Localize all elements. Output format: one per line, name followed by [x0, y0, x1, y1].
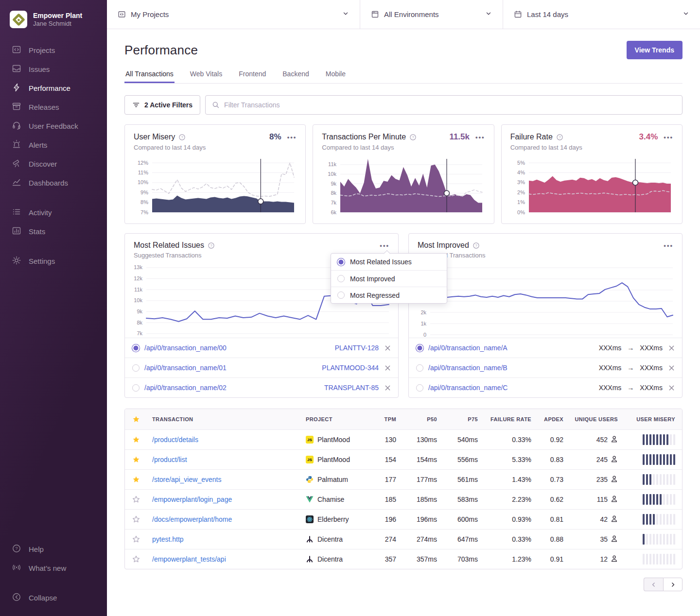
- more-options-icon[interactable]: •••: [475, 134, 485, 140]
- tab-mobile[interactable]: Mobile: [325, 67, 347, 83]
- transaction-link[interactable]: /empowerplant/login_page: [152, 496, 232, 503]
- sidebar-item-discover[interactable]: Discover: [0, 154, 107, 173]
- question-circle-icon[interactable]: ?: [556, 134, 563, 141]
- active-filters-button[interactable]: 2 Active Filters: [124, 95, 200, 115]
- issue-link[interactable]: PLANTMOOD-344: [322, 364, 379, 372]
- chevron-down-icon: [682, 10, 689, 18]
- chevron-down-icon: [485, 10, 492, 18]
- projects-icon: [12, 45, 21, 56]
- transaction-link[interactable]: /docs/empowerplant/home: [152, 515, 232, 523]
- more-options-icon[interactable]: •••: [287, 134, 297, 140]
- list-icon: [12, 207, 21, 218]
- issue-link[interactable]: TRANSPLANT-85: [324, 384, 379, 392]
- tab-all-transactions[interactable]: All Transactions: [124, 67, 175, 83]
- projects-icon: [118, 10, 126, 18]
- tab-backend[interactable]: Backend: [281, 67, 310, 83]
- more-options-icon[interactable]: •••: [664, 134, 673, 140]
- sidebar-item-issues[interactable]: Issues: [0, 60, 107, 79]
- star-toggle[interactable]: [125, 476, 147, 483]
- radio-button[interactable]: [416, 344, 423, 352]
- transaction-link[interactable]: /api/0/transaction_name/01: [144, 364, 227, 372]
- transaction-link[interactable]: /api/0/transaction_name/02: [144, 384, 227, 392]
- sidebar-collapse-button[interactable]: Collapse: [0, 588, 107, 607]
- question-circle-icon[interactable]: ?: [208, 242, 215, 249]
- transaction-link[interactable]: /api/0/transaction_name/00: [144, 344, 227, 352]
- transaction-link[interactable]: /api/0/transaction_name/A: [428, 344, 508, 352]
- environment-filter-label: All Environments: [384, 10, 439, 18]
- svg-text:9%: 9%: [140, 189, 148, 195]
- previous-page-button[interactable]: [644, 578, 663, 591]
- close-icon[interactable]: [385, 385, 391, 391]
- radio-button[interactable]: [416, 384, 423, 392]
- radio-button[interactable]: [132, 364, 140, 372]
- issue-link[interactable]: PLANTTV-128: [335, 344, 379, 352]
- more-options-icon[interactable]: •••: [380, 242, 389, 249]
- menu-item-most-regressed[interactable]: Most Regressed: [331, 287, 447, 303]
- column-tpm: TPM: [370, 416, 401, 422]
- transaction-link[interactable]: /store/api_view_events: [152, 476, 221, 483]
- svg-text:7k: 7k: [331, 200, 337, 205]
- failure-rate-value: 1.23%: [483, 555, 536, 563]
- view-trends-button[interactable]: View Trends: [627, 41, 682, 59]
- star-toggle[interactable]: [125, 555, 147, 563]
- radio-button[interactable]: [416, 364, 423, 372]
- user-misery-card: User Misery ? 8% ••• Compared to last 14…: [124, 124, 306, 224]
- transaction-link[interactable]: /empowerplant_tests/api: [152, 555, 226, 563]
- transaction-link[interactable]: /product/details: [152, 436, 198, 444]
- sidebar-item-dashboards[interactable]: Dashboards: [0, 173, 107, 192]
- unique-users-value: 35: [600, 535, 608, 543]
- transaction-search[interactable]: [205, 95, 682, 115]
- org-switcher[interactable]: Empower Plant Jane Schmidt: [0, 7, 107, 41]
- star-toggle[interactable]: [125, 515, 147, 523]
- sidebar-item-help[interactable]: ? Help: [0, 540, 107, 559]
- star-toggle[interactable]: [125, 456, 147, 463]
- transaction-link[interactable]: pytest.http: [152, 535, 184, 543]
- project-name: PlantMood: [317, 436, 350, 444]
- sidebar-item-whats-new[interactable]: What’s new: [0, 559, 107, 578]
- apdex-value: 0.88: [536, 535, 568, 543]
- transaction-link[interactable]: /api/0/transaction_name/C: [428, 384, 508, 392]
- close-icon[interactable]: [385, 345, 391, 351]
- menu-item-most-improved[interactable]: Most Improved: [331, 270, 447, 287]
- close-icon[interactable]: [668, 385, 675, 391]
- environment-filter-dropdown[interactable]: All Environments: [360, 0, 503, 29]
- radio-button[interactable]: [132, 384, 140, 392]
- menu-item-most-related-issues[interactable]: Most Related Issues: [331, 254, 447, 270]
- tab-web-vitals[interactable]: Web Vitals: [189, 67, 223, 83]
- svg-text:?: ?: [181, 135, 183, 139]
- sidebar-item-projects[interactable]: Projects: [0, 41, 107, 60]
- project-filter-dropdown[interactable]: My Projects: [107, 0, 360, 29]
- star-toggle[interactable]: [125, 535, 147, 543]
- close-icon[interactable]: [668, 345, 675, 351]
- duration-after: XXXms: [640, 384, 663, 392]
- improved-transaction-list: /api/0/transaction_name/A XXXms → XXXms …: [409, 338, 682, 397]
- close-icon[interactable]: [668, 365, 675, 371]
- transaction-link[interactable]: /api/0/transaction_name/B: [428, 364, 508, 372]
- radio-button[interactable]: [132, 344, 140, 352]
- sidebar-item-stats[interactable]: Stats: [0, 222, 107, 241]
- sidebar-item-alerts[interactable]: Alerts: [0, 136, 107, 154]
- question-circle-icon[interactable]: ?: [472, 242, 480, 249]
- sidebar-item-user-feedback[interactable]: User Feedback: [0, 117, 107, 136]
- tab-frontend[interactable]: Frontend: [238, 67, 267, 83]
- close-icon[interactable]: [385, 365, 391, 371]
- sidebar-item-releases[interactable]: Releases: [0, 98, 107, 117]
- search-input[interactable]: [224, 101, 676, 109]
- sidebar-item-activity[interactable]: Activity: [0, 203, 107, 222]
- star-toggle[interactable]: [125, 436, 147, 444]
- more-options-icon[interactable]: •••: [664, 242, 673, 249]
- date-range-dropdown[interactable]: Last 14 days: [503, 0, 700, 29]
- sidebar-item-performance[interactable]: Performance: [0, 79, 107, 98]
- star-toggle[interactable]: [125, 496, 147, 503]
- question-circle-icon[interactable]: ?: [178, 134, 186, 141]
- gear-icon: [12, 256, 21, 267]
- svg-text:10k: 10k: [134, 297, 142, 303]
- next-page-button[interactable]: [663, 578, 682, 591]
- svg-text:2k: 2k: [420, 309, 426, 315]
- tpm-value: 177: [370, 476, 401, 483]
- user-icon: [611, 455, 618, 464]
- sidebar-item-settings[interactable]: Settings: [0, 252, 107, 271]
- transaction-link[interactable]: /product/list: [152, 456, 187, 463]
- project-name: Dicentra: [317, 535, 343, 543]
- question-circle-icon[interactable]: ?: [409, 134, 417, 141]
